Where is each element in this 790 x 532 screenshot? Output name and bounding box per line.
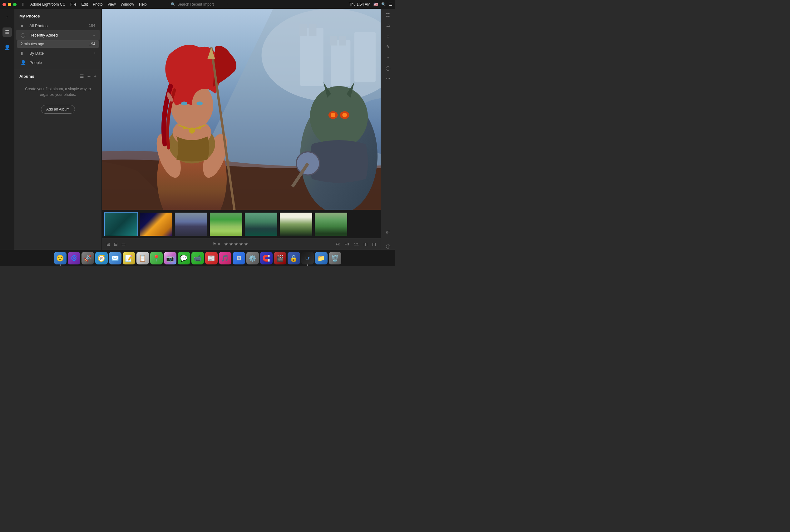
sidebar-item-all-photos[interactable]: ■ All Photos 194 — [16, 21, 100, 30]
dock-icon-finder2[interactable]: 📁 — [315, 252, 327, 264]
dock-icon-finder[interactable]: 🙂 — [54, 252, 67, 264]
list-icon[interactable]: ☰ — [80, 74, 84, 79]
dock-icon-trash[interactable]: 🗑️ — [329, 252, 341, 264]
apple-menu[interactable]:  — [22, 2, 24, 7]
transform-icon[interactable]: ⇄ — [386, 23, 390, 28]
filmstrip-thumb-2[interactable] — [174, 212, 208, 236]
all-photos-count: 194 — [89, 23, 95, 28]
grid-icon[interactable]: ∙∙∙∙ — [87, 74, 92, 79]
flag-button[interactable]: ⚑ — [213, 242, 217, 246]
star-4[interactable]: ★ — [239, 241, 243, 247]
dock-icon-settings[interactable]: ⚙️ — [246, 252, 259, 264]
dock-icon-safari[interactable]: 🧭 — [95, 252, 108, 264]
adjustments-icon[interactable]: ☷ — [386, 13, 390, 18]
filmstrip-thumb-1[interactable] — [139, 212, 173, 236]
filmstrip[interactable] — [102, 210, 381, 238]
menu-file[interactable]: File — [68, 2, 78, 7]
side-by-side-button[interactable]: ◫ — [371, 241, 377, 248]
magnifier-icon[interactable]: 🔍 — [381, 2, 386, 6]
star-1[interactable]: ★ — [224, 241, 228, 247]
menubar-search-input[interactable] — [177, 2, 224, 6]
main-content: ⊞ ⊟ ▭ ⚑ × ★ ★ ★ ★ ★ Fit Fill — [102, 9, 381, 250]
dock-icon-magnet[interactable]: 🧲 — [260, 252, 272, 264]
reject-button[interactable]: × — [218, 242, 220, 246]
star-rating[interactable]: ★ ★ ★ ★ ★ — [224, 241, 248, 247]
menu-photo[interactable]: Photo — [91, 2, 105, 7]
dock-icon-photos[interactable]: 📷 — [164, 252, 176, 264]
dock-icon-lightroom[interactable]: Lr — [301, 252, 314, 264]
app-name[interactable]: Adobe Lightroom CC — [28, 2, 68, 7]
healing-icon[interactable]: ○ — [387, 34, 389, 39]
fit-button[interactable]: Fit — [334, 242, 341, 247]
sidebar-item-recently-added[interactable]: ◯ Recently Added ⌄ — [16, 30, 100, 40]
dock-icon-mail[interactable]: ✉️ — [109, 252, 121, 264]
sidebar-divider — [14, 70, 101, 70]
dock-icon-claquette[interactable]: 🎬 — [274, 252, 286, 264]
menu-view[interactable]: View — [106, 2, 118, 7]
dock-icon-1password[interactable]: 🔒 — [287, 252, 300, 264]
dock-icon-siri[interactable]: 🌀 — [68, 252, 80, 264]
menu-icon[interactable]: ☰ — [389, 2, 393, 6]
dock-icon-music[interactable]: 🎵 — [219, 252, 231, 264]
menubar-search[interactable]: 🔍 — [168, 0, 227, 8]
info-icon[interactable]: ⓘ — [386, 244, 390, 250]
compare-button[interactable]: ◫ — [362, 241, 369, 248]
filmstrip-thumb-5[interactable] — [279, 212, 313, 236]
lightroom-icon: Lr — [305, 256, 309, 260]
minimize-button[interactable] — [8, 3, 11, 6]
library-icon[interactable]: ☰ — [2, 27, 12, 37]
filmstrip-thumb-0[interactable] — [104, 212, 138, 236]
finder-icon: 🙂 — [56, 254, 64, 262]
dock-dot-finder — [60, 264, 61, 266]
recently-added-sub-item[interactable]: 2 minutes ago 194 — [17, 40, 99, 48]
svg-point-31 — [183, 126, 186, 129]
people-icon[interactable]: 👤 — [2, 42, 12, 52]
add-album-icon[interactable]: + — [94, 74, 96, 79]
photos-grid-icon: ■ — [21, 23, 26, 28]
filmstrip-thumb-4[interactable] — [244, 212, 278, 236]
single-view-button[interactable]: ▭ — [120, 241, 127, 248]
fill-button[interactable]: Fill — [343, 242, 350, 247]
dock-icon-launchpad[interactable]: 🚀 — [81, 252, 94, 264]
recently-added-count: 194 — [89, 42, 95, 46]
one-to-one-button[interactable]: 1:1 — [353, 242, 360, 247]
grid-view-button[interactable]: ⊞ — [106, 241, 111, 248]
artwork-svg — [102, 9, 381, 210]
thumb-image-0 — [105, 213, 137, 236]
dock-icon-facetime[interactable]: 📹 — [191, 252, 204, 264]
menu-edit[interactable]: Edit — [79, 2, 90, 7]
sidebar-item-by-date[interactable]: ▮ By Date › — [16, 49, 100, 58]
square-grid-button[interactable]: ⊟ — [113, 241, 119, 248]
add-icon[interactable]: + — [2, 13, 12, 22]
star-5[interactable]: ★ — [244, 241, 248, 247]
filmstrip-thumb-6[interactable] — [314, 212, 348, 236]
menu-help[interactable]: Help — [137, 2, 149, 7]
magnet-icon: 🧲 — [262, 254, 270, 262]
radial-icon[interactable]: ◯ — [385, 65, 391, 71]
svg-point-30 — [189, 127, 195, 134]
dock-icon-maps[interactable]: 📍 — [150, 252, 163, 264]
dock-icon-notes[interactable]: 📝 — [123, 252, 135, 264]
tag-icon[interactable]: 🏷 — [386, 229, 390, 234]
star-2[interactable]: ★ — [229, 241, 233, 247]
menubar:  Adobe Lightroom CC File Edit Photo Vie… — [0, 0, 395, 9]
more-icon[interactable]: ⋯ — [386, 76, 390, 81]
add-album-button[interactable]: Add an Album — [41, 105, 75, 114]
dock-icon-reminders[interactable]: 📋 — [136, 252, 149, 264]
sidebar-item-people[interactable]: 👤 People — [16, 58, 100, 67]
maps-icon: 📍 — [152, 254, 160, 262]
fullscreen-button[interactable] — [13, 3, 17, 6]
dock-icon-messages[interactable]: 💬 — [178, 252, 190, 264]
dock-icon-appstore[interactable]: 🅰 — [233, 252, 245, 264]
pen-icon[interactable]: ✎ — [386, 44, 390, 49]
star-3[interactable]: ★ — [234, 241, 238, 247]
close-button[interactable] — [2, 3, 6, 6]
facetime-icon: 📹 — [193, 254, 202, 262]
photo-main-view[interactable] — [102, 9, 381, 210]
menu-window[interactable]: Window — [118, 2, 136, 7]
filmstrip-thumb-3[interactable] — [209, 212, 243, 236]
crop-icon[interactable]: ▫ — [387, 55, 389, 60]
dock-icon-news[interactable]: 📰 — [205, 252, 218, 264]
rocket-icon: 🚀 — [84, 254, 92, 262]
claquette-icon: 🎬 — [276, 254, 284, 262]
